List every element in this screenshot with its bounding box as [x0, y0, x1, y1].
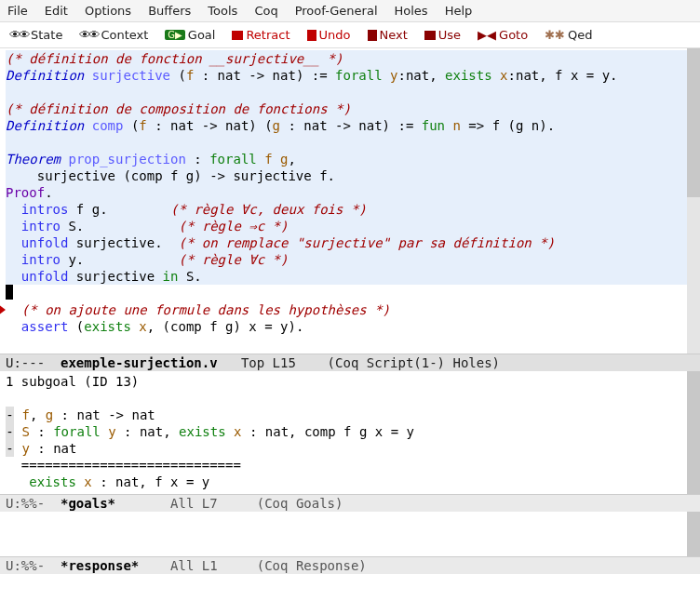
undo-button[interactable]: Undo [307, 28, 351, 42]
next-icon [368, 30, 377, 41]
state-button[interactable]: 👁👁 State [9, 28, 62, 42]
goto-button[interactable]: ▶◀ Goto [478, 28, 528, 42]
use-button[interactable]: Use [424, 28, 461, 42]
proof-marker-icon [0, 304, 6, 315]
menu-tools[interactable]: Tools [208, 4, 237, 18]
toolbar: 👁👁 State 👁👁 Context G▶ Goal Retract Undo… [0, 22, 700, 48]
menu-proof-general[interactable]: Proof-General [295, 4, 378, 18]
use-icon [424, 31, 436, 40]
code-scrollbar[interactable] [687, 48, 700, 354]
text-cursor [6, 285, 13, 300]
qed-icon: ✱✱ [545, 28, 565, 42]
retract-icon [232, 31, 243, 40]
response-pane[interactable] [0, 512, 700, 556]
menu-file[interactable]: File [7, 4, 28, 18]
response-scrollbar[interactable] [687, 512, 700, 556]
menu-help[interactable]: Help [445, 4, 473, 18]
goals-pane[interactable]: 1 subgoal (ID 13) - f, g : nat -> nat- S… [0, 371, 700, 494]
modeline-main: U:--- exemple-surjection.v Top L15 (Coq … [0, 354, 700, 371]
next-button[interactable]: Next [368, 28, 408, 42]
goal-icon: G▶ [165, 30, 184, 40]
qed-button[interactable]: ✱✱ Qed [545, 28, 592, 42]
menu-holes[interactable]: Holes [395, 4, 428, 18]
menu-coq[interactable]: Coq [254, 4, 277, 18]
menubar: File Edit Options Buffers Tools Coq Proo… [0, 0, 700, 22]
menu-buffers[interactable]: Buffers [148, 4, 191, 18]
goal-button[interactable]: G▶ Goal [165, 28, 215, 42]
goals-scrollbar[interactable] [687, 371, 700, 494]
retract-button[interactable]: Retract [232, 28, 289, 42]
undo-icon [307, 30, 316, 41]
modeline-response: U:%%- *response* All L1 (Coq Response) [0, 556, 700, 574]
modeline-goals: U:%%- *goals* All L7 (Coq Goals) [0, 494, 700, 512]
menu-edit[interactable]: Edit [45, 4, 68, 18]
goto-icon: ▶◀ [478, 28, 496, 42]
code-editor[interactable]: (* définition de fonction __surjective__… [0, 48, 700, 354]
state-icon: 👁👁 [9, 28, 28, 42]
context-button[interactable]: 👁👁 Context [79, 28, 148, 42]
context-icon: 👁👁 [79, 28, 98, 42]
menu-options[interactable]: Options [85, 4, 131, 18]
